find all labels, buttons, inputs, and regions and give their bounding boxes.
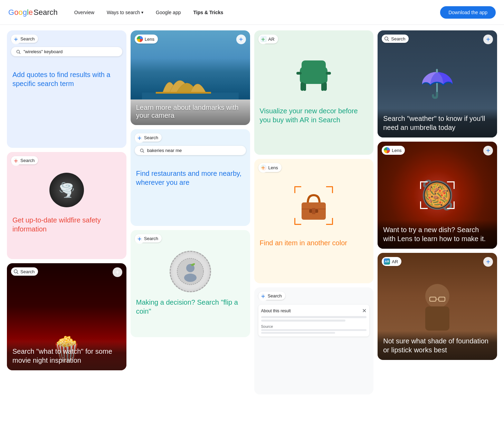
- card-landmarks[interactable]: Lens + Learn more about landmarks with y…: [131, 30, 250, 125]
- card-title: Find restaurants and more nearby, wherev…: [136, 169, 245, 187]
- coin-image: [170, 251, 211, 292]
- svg-rect-22: [302, 60, 326, 71]
- search-icon: [384, 36, 389, 41]
- person-icon: [417, 280, 458, 332]
- badge-label: Search: [20, 269, 35, 274]
- badge-label: Lens: [392, 148, 401, 153]
- badge-label: Search: [144, 236, 158, 241]
- card-title: Find an item in another color: [260, 238, 368, 247]
- search-icon: [13, 269, 19, 274]
- coin-profile-icon: [177, 258, 204, 285]
- nav-ways-to-search[interactable]: Ways to search ▾: [101, 7, 149, 18]
- close-icon[interactable]: ✕: [362, 307, 367, 314]
- card-restaurants[interactable]: Search + bakeries near me Find restauran…: [131, 129, 250, 226]
- svg-line-7: [17, 273, 18, 274]
- badge-label: AR: [392, 259, 398, 264]
- expand-icon[interactable]: +: [483, 146, 493, 155]
- ar-icon: AR: [384, 258, 390, 265]
- card-quotes[interactable]: Search + "wireless" keyboard Add quotes …: [7, 30, 126, 148]
- wildfire-image: 🌪️: [49, 173, 84, 207]
- card-title: Making a decision? Search "flip a coin": [136, 298, 245, 316]
- expand-icon[interactable]: +: [483, 35, 493, 44]
- handbag-icon: [298, 190, 329, 221]
- expand-icon[interactable]: +: [258, 292, 268, 301]
- badge-label: Search: [268, 293, 282, 298]
- badge-label: Lens: [145, 37, 154, 42]
- expand-icon[interactable]: +: [135, 133, 144, 143]
- badge-label: Search: [144, 135, 158, 140]
- search-query: bakeries near me: [147, 148, 182, 153]
- search-bar-mock: "wireless" keyboard: [11, 47, 122, 56]
- badge-label: Search: [391, 36, 405, 41]
- expand-icon[interactable]: +: [483, 257, 493, 267]
- lens-icon: [384, 147, 390, 153]
- ar-badge: AR AR: [382, 257, 401, 266]
- chair-image: [254, 44, 374, 106]
- svg-point-37: [425, 284, 449, 308]
- card-weather[interactable]: ☂️ Search + Search "weather" to know if …: [378, 30, 497, 137]
- svg-line-3: [19, 53, 20, 54]
- card-title: Visualize your new decor before you buy …: [260, 106, 368, 124]
- source-label: Source: [261, 324, 367, 329]
- svg-rect-38: [425, 306, 449, 331]
- svg-point-6: [14, 270, 17, 273]
- card-flip-coin[interactable]: Search + Making a decision? Search "flip…: [131, 230, 250, 337]
- card-item-color[interactable]: Lens +: [254, 159, 374, 283]
- card-lens-dish[interactable]: 🥘 Lens + Want to try a new dish? Search …: [378, 142, 497, 249]
- card-ar-decor[interactable]: AR AR +: [254, 30, 374, 155]
- logo: Google Search: [8, 8, 58, 17]
- card-title: Learn more about landmarks with your cam…: [131, 98, 250, 125]
- lens-icon: [137, 36, 143, 42]
- google-wordmark: Google: [8, 8, 33, 17]
- search-wordmark: Search: [34, 8, 58, 17]
- search-bar-mock: bakeries near me: [135, 146, 246, 155]
- svg-rect-28: [326, 72, 331, 75]
- badge-label: Lens: [268, 165, 278, 170]
- search-icon-small: [140, 148, 144, 153]
- expand-icon[interactable]: +: [11, 35, 21, 44]
- badge-label: AR: [268, 37, 275, 42]
- svg-line-13: [143, 151, 144, 152]
- card-ar-makeup[interactable]: AR AR + Not sure what shade of foundatio…: [378, 253, 497, 360]
- expand-icon[interactable]: +: [11, 156, 21, 166]
- expand-icon[interactable]: +: [236, 35, 246, 44]
- expand-icon[interactable]: +: [113, 267, 122, 277]
- column-1: Search + "wireless" keyboard Add quotes …: [7, 30, 126, 394]
- card-title: Add quotes to find results with a specif…: [12, 70, 121, 88]
- bag-image: [254, 173, 374, 238]
- lens-badge: Lens: [382, 146, 405, 155]
- nav-google-app[interactable]: Google app: [150, 7, 186, 18]
- opera-house-icon: [131, 65, 250, 99]
- expand-icon[interactable]: +: [135, 234, 144, 244]
- navbar: Google Search Overview Ways to search ▾ …: [0, 0, 504, 25]
- svg-point-18: [184, 274, 197, 282]
- svg-rect-26: [321, 83, 324, 91]
- column-4: ☂️ Search + Search "weather" to know if …: [378, 30, 497, 394]
- card-title: Not sure what shade of foundation or lip…: [378, 331, 497, 360]
- svg-point-35: [385, 37, 388, 40]
- card-body: Add quotes to find results with a specif…: [7, 65, 126, 148]
- card-wildfire[interactable]: Search + 🌪️ Get up-to-date wildfire safe…: [7, 152, 126, 259]
- expand-icon[interactable]: +: [258, 35, 268, 44]
- card-movie[interactable]: 🍿 Search + Search "what to watch" for so…: [7, 263, 126, 370]
- nav-tips-tricks[interactable]: Tips & Tricks: [188, 7, 229, 18]
- svg-rect-9: [156, 92, 211, 94]
- svg-line-36: [388, 40, 389, 41]
- card-title: Search "weather" to know if you'll need …: [378, 108, 497, 137]
- svg-point-12: [140, 149, 143, 152]
- expand-icon[interactable]: +: [258, 163, 268, 173]
- tips-grid: Search + "wireless" keyboard Add quotes …: [0, 25, 504, 400]
- card-title: Get up-to-date wildfire safety informati…: [12, 216, 121, 234]
- card-title: Search "what to watch" for some movie ni…: [7, 341, 126, 370]
- chevron-down-icon: ▾: [141, 10, 143, 15]
- column-2: Lens + Learn more about landmarks with y…: [131, 30, 250, 394]
- download-app-button[interactable]: Download the app: [440, 6, 496, 19]
- nav-overview[interactable]: Overview: [69, 7, 100, 18]
- chair-icon: [293, 56, 334, 94]
- card-title: Want to try a new dish? Search with Lens…: [378, 220, 497, 249]
- badge-label: Search: [20, 36, 35, 41]
- card-about-result[interactable]: Search + About this result ✕ Source: [254, 287, 374, 394]
- column-3: AR AR +: [254, 30, 374, 394]
- search-query: "wireless" keyboard: [23, 49, 63, 54]
- search-badge: Search: [382, 35, 409, 43]
